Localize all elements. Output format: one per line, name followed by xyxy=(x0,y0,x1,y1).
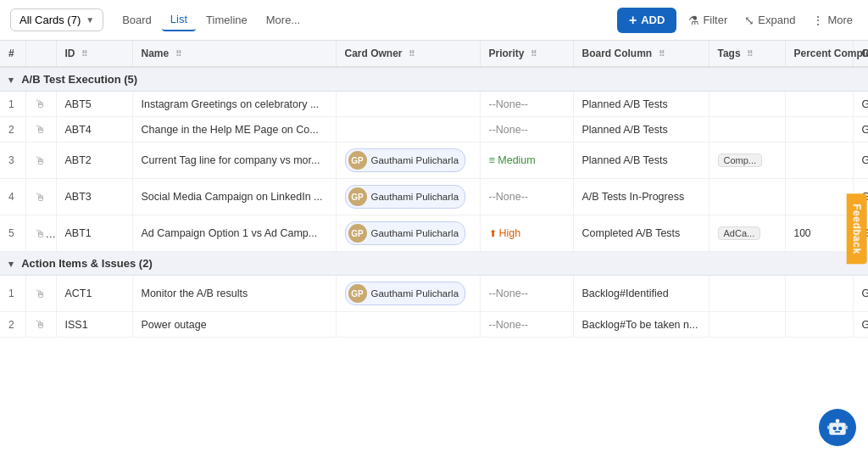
tags-cell xyxy=(709,276,785,312)
col-header-tags[interactable]: Tags ⠿ xyxy=(709,41,785,67)
row-created: Gauth... xyxy=(853,142,868,179)
row-pct xyxy=(785,117,853,142)
row-name[interactable]: Change in the Help ME Page on Co... xyxy=(132,117,336,142)
col-drag-icon: ⠿ xyxy=(659,49,665,59)
group-header[interactable]: ▾ Action Items & Issues (2) xyxy=(0,252,868,276)
card-icon: 🖱 xyxy=(35,98,46,110)
expand-icon: ⤡ xyxy=(744,14,754,27)
filter-action[interactable]: ⚗ Filter xyxy=(683,9,732,31)
plus-icon: + xyxy=(629,13,637,28)
row-name[interactable]: Power outage xyxy=(132,312,336,338)
tag-badge: Comp... xyxy=(718,154,763,167)
card-icon: 🖱 xyxy=(35,227,57,240)
tab-timeline[interactable]: Timeline xyxy=(198,9,256,31)
owner-name: Gauthami Pulicharla xyxy=(371,228,459,238)
row-created: Gauthami xyxy=(853,92,868,117)
feedback-tab[interactable]: Feedback xyxy=(846,193,866,264)
table-row[interactable]: 2 🖱 ABT4 Change in the Help ME Page on C… xyxy=(0,117,868,142)
group-header[interactable]: ▾ A/B Test Execution (5) xyxy=(0,67,868,92)
add-button[interactable]: + ADD xyxy=(617,8,677,33)
row-name[interactable]: Current Tag line for company vs mor... xyxy=(132,142,336,179)
all-cards-button[interactable]: All Cards (7) ▼ xyxy=(10,8,103,31)
priority-value: Medium xyxy=(489,154,536,166)
col-header-owner[interactable]: Card Owner ⠿ xyxy=(336,41,480,67)
tags-cell xyxy=(709,179,785,215)
row-num: 1 xyxy=(0,92,25,117)
tab-more[interactable]: More... xyxy=(258,9,309,31)
owner-name: Gauthami Pulicharla xyxy=(371,155,459,165)
avatar: GP xyxy=(348,151,367,170)
priority-value: --None-- xyxy=(489,124,529,136)
priority-cell: --None-- xyxy=(480,117,573,142)
col-header-pct[interactable]: Percent Complete ⠿ xyxy=(785,41,853,67)
row-id[interactable]: ABT2 xyxy=(56,142,132,179)
row-id[interactable]: ACT1 xyxy=(56,276,132,312)
table-header-row: # ID ⠿ Name ⠿ Card Owner ⠿ Priority ⠿ Bo… xyxy=(0,41,868,67)
table-container: # ID ⠿ Name ⠿ Card Owner ⠿ Priority ⠿ Bo… xyxy=(0,41,868,458)
owner-cell xyxy=(336,117,480,142)
priority-cell: --None-- xyxy=(480,179,573,215)
more-icon: ⋮ xyxy=(812,14,824,27)
filter-label: Filter xyxy=(703,14,727,26)
table-row[interactable]: 2 🖱 ISS1 Power outage --None-- Backlog#T… xyxy=(0,312,868,338)
priority-cell: Medium xyxy=(480,142,573,179)
tab-list[interactable]: List xyxy=(162,8,196,31)
row-name[interactable]: Ad Campaign Option 1 vs Ad Camp... xyxy=(132,215,336,252)
row-pct xyxy=(785,312,853,338)
card-icon: 🖱 xyxy=(35,191,46,204)
col-header-num[interactable]: # xyxy=(0,41,25,67)
row-board: Planned A/B Tests xyxy=(573,142,709,179)
col-header-created[interactable]: Created B xyxy=(853,41,868,67)
row-id[interactable]: ABT1 xyxy=(56,215,132,252)
owner-badge: GP Gauthami Pulicharla xyxy=(345,185,466,209)
row-id[interactable]: ABT3 xyxy=(56,179,132,215)
row-icons: 🖱 xyxy=(25,142,56,179)
tags-cell xyxy=(709,92,785,117)
tags-cell xyxy=(709,312,785,338)
owner-cell: GP Gauthami Pulicharla xyxy=(336,276,480,312)
svg-point-2 xyxy=(838,427,842,430)
col-drag-icon: ⠿ xyxy=(409,49,415,59)
row-board: Completed A/B Tests xyxy=(573,215,709,252)
col-header-id[interactable]: ID ⠿ xyxy=(56,41,132,67)
tags-cell: AdCa... xyxy=(709,215,785,252)
priority-value: --None-- xyxy=(489,191,529,203)
priority-cell: --None-- xyxy=(480,92,573,117)
toolbar: All Cards (7) ▼ Board List Timeline More… xyxy=(0,0,868,41)
col-header-board[interactable]: Board Column ⠿ xyxy=(573,41,709,67)
priority-value: High xyxy=(489,227,521,239)
row-created: Gauthami xyxy=(853,276,868,312)
expand-label: Expand xyxy=(758,14,795,26)
row-id[interactable]: ABT5 xyxy=(56,92,132,117)
group-row: ▾ A/B Test Execution (5) xyxy=(0,67,868,92)
expand-action[interactable]: ⤡ Expand xyxy=(739,9,800,31)
table-row[interactable]: 3 🖱 ABT2 Current Tag line for company vs… xyxy=(0,142,868,179)
avatar: GP xyxy=(348,284,367,303)
more-action[interactable]: ⋮ More xyxy=(807,9,858,31)
row-id[interactable]: ISS1 xyxy=(56,312,132,338)
table-row[interactable]: 5 🖱🔒 ABT1 Ad Campaign Option 1 vs Ad Cam… xyxy=(0,215,868,252)
card-icon: 🖱 xyxy=(35,288,46,300)
col-header-name[interactable]: Name ⠿ xyxy=(132,41,336,67)
row-name[interactable]: Instagram Greetings on celebratory ... xyxy=(132,92,336,117)
owner-badge: GP Gauthami Pulicharla xyxy=(345,221,466,245)
table-row[interactable]: 1 🖱 ABT5 Instagram Greetings on celebrat… xyxy=(0,92,868,117)
bot-icon[interactable] xyxy=(819,409,856,446)
svg-rect-0 xyxy=(829,423,846,435)
table-row[interactable]: 4 🖱 ABT3 Social Media Campaign on Linked… xyxy=(0,179,868,215)
row-id[interactable]: ABT4 xyxy=(56,117,132,142)
tab-board[interactable]: Board xyxy=(114,9,160,31)
owner-name: Gauthami Pulicharla xyxy=(371,288,459,299)
owner-cell xyxy=(336,92,480,117)
cards-table: # ID ⠿ Name ⠿ Card Owner ⠿ Priority ⠿ Bo… xyxy=(0,41,868,338)
col-header-icons xyxy=(25,41,56,67)
row-board: Backlog#Identified xyxy=(573,276,709,312)
priority-value: --None-- xyxy=(489,288,529,299)
row-icons: 🖱 xyxy=(25,117,56,142)
row-name[interactable]: Monitor the A/B results xyxy=(132,276,336,312)
priority-value: --None-- xyxy=(489,98,529,110)
row-icons: 🖱 xyxy=(25,312,56,338)
row-name[interactable]: Social Media Campaign on LinkedIn ... xyxy=(132,179,336,215)
table-row[interactable]: 1 🖱 ACT1 Monitor the A/B results GP Gaut… xyxy=(0,276,868,312)
col-header-priority[interactable]: Priority ⠿ xyxy=(480,41,573,67)
